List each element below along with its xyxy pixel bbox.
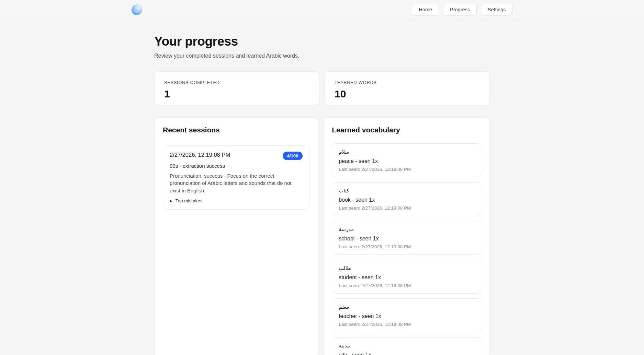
triangle-right-icon: ▶ xyxy=(170,199,172,203)
vocab-item: معلم teacher - seen 1x Last seen: 2/27/2… xyxy=(332,298,481,332)
stat-label: LEARNED WORDS xyxy=(335,80,480,85)
top-mistakes-label: Top mistakes xyxy=(176,198,203,203)
session-datetime: 2/27/2026, 12:19:08 PM xyxy=(170,152,230,158)
top-header: Home Progress Settings xyxy=(0,0,644,20)
stat-value: 10 xyxy=(335,88,480,100)
content-columns: Recent sessions 2/27/2026, 12:19:08 PM 4… xyxy=(154,117,490,355)
vocab-arabic-word: مدينة xyxy=(339,343,474,349)
vocab-english-line: peace - seen 1x xyxy=(339,158,474,164)
vocab-arabic-word: معلم xyxy=(339,304,474,310)
session-feedback: Pronunciation: success - Focus on the co… xyxy=(170,172,293,194)
progress-page: Your progress Review your completed sess… xyxy=(154,20,490,355)
vocab-last-seen: Last seen: 2/27/2026, 12:19:08 PM xyxy=(339,244,474,249)
session-summary: 90s - extraction success xyxy=(170,163,303,169)
vocab-item: سلام peace - seen 1x Last seen: 2/27/202… xyxy=(332,143,481,177)
nav-home-button[interactable]: Home xyxy=(412,4,439,16)
vocab-last-seen: Last seen: 2/27/2026, 12:19:08 PM xyxy=(339,283,474,288)
stats-row: SESSIONS COMPLETED 1 LEARNED WORDS 10 xyxy=(154,71,490,105)
vocab-arabic-word: سلام xyxy=(339,149,474,155)
learned-vocabulary-panel: Learned vocabulary سلام peace - seen 1x … xyxy=(323,117,490,355)
vocab-english-line: book - seen 1x xyxy=(339,197,474,203)
session-score-badge: 4/100 xyxy=(283,152,303,160)
page-title: Your progress xyxy=(154,34,490,49)
vocab-item: مدرسة school - seen 1x Last seen: 2/27/2… xyxy=(332,221,481,255)
stat-card-learned-words: LEARNED WORDS 10 xyxy=(325,71,490,105)
vocab-last-seen: Last seen: 2/27/2026, 12:19:08 PM xyxy=(339,167,474,172)
top-mistakes-toggle[interactable]: ▶ Top mistakes xyxy=(170,198,303,203)
vocab-arabic-word: مدرسة xyxy=(339,226,474,233)
stat-card-sessions-completed: SESSIONS COMPLETED 1 xyxy=(154,71,319,105)
vocab-arabic-word: طالب xyxy=(339,265,474,271)
learned-vocabulary-title: Learned vocabulary xyxy=(332,126,481,134)
vocab-english-line: school - seen 1x xyxy=(339,236,474,242)
app-logo-icon[interactable] xyxy=(132,4,142,15)
vocab-last-seen: Last seen: 2/27/2026, 12:19:08 PM xyxy=(339,205,474,211)
vocab-item: طالب student - seen 1x Last seen: 2/27/2… xyxy=(332,260,481,294)
vocab-last-seen: Last seen: 2/27/2026, 12:19:08 PM xyxy=(339,322,474,327)
vocab-item: كتاب book - seen 1x Last seen: 2/27/2026… xyxy=(332,182,481,216)
stat-value: 1 xyxy=(164,88,309,100)
page-subtitle: Review your completed sessions and learn… xyxy=(154,53,490,59)
vocab-list: سلام peace - seen 1x Last seen: 2/27/202… xyxy=(332,143,481,355)
vocab-arabic-word: كتاب xyxy=(339,188,474,194)
nav-settings-button[interactable]: Settings xyxy=(481,4,512,16)
main-nav: Home Progress Settings xyxy=(412,4,512,16)
recent-sessions-panel: Recent sessions 2/27/2026, 12:19:08 PM 4… xyxy=(154,117,318,355)
stat-label: SESSIONS COMPLETED xyxy=(164,80,309,85)
session-item: 2/27/2026, 12:19:08 PM 4/100 90s - extra… xyxy=(163,145,309,210)
vocab-item: مدينة city - seen 1x Last seen: 2/27/202… xyxy=(332,337,481,355)
vocab-english-line: teacher - seen 1x xyxy=(339,313,474,319)
vocab-english-line: student - seen 1x xyxy=(339,274,474,281)
recent-sessions-title: Recent sessions xyxy=(163,126,309,134)
top-mistakes-details: ▶ Top mistakes xyxy=(170,198,303,203)
vocab-english-line: city - seen 1x xyxy=(339,352,474,355)
nav-progress-button[interactable]: Progress xyxy=(443,4,477,16)
